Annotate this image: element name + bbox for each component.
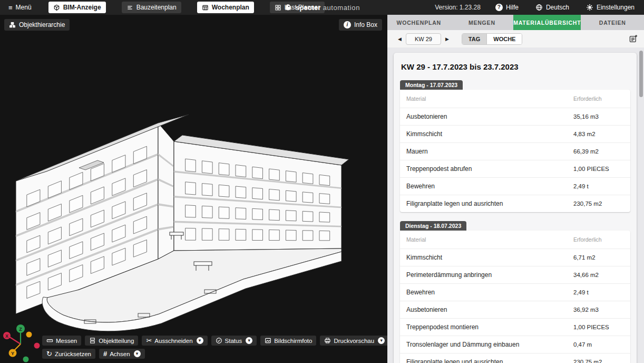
tab-label: WOCHENPLAN [397, 20, 441, 26]
bildschirmfoto-button[interactable]: Bildschirmfoto [260, 336, 316, 346]
day-badge: Montag - 17.07.2023 [400, 80, 463, 90]
help-icon: ? [495, 4, 503, 11]
column-material: Material [406, 95, 573, 102]
ruler-icon [46, 337, 53, 344]
table-row[interactable]: Tronsolenlager und Dämmung einbauen0,47 … [400, 336, 630, 353]
day-week-toggle: TAGWOCHE [462, 33, 523, 45]
material-quantity: 36,92 m3 [573, 307, 624, 313]
axes-hash-icon: # [103, 350, 107, 357]
prev-week-button[interactable]: ◀ [394, 36, 406, 42]
top-menu-bar: ≡ Menü BIM-AnzeigeBauzeitenplanWochenpla… [0, 0, 644, 15]
druckvorschau-button[interactable]: Druckvorschau▼ [320, 336, 387, 346]
object-hierarchy-button[interactable]: Objekthierarchie [4, 19, 70, 31]
table-row[interactable]: Ausbetonieren36,92 m3 [400, 301, 630, 318]
material-quantity: 230,75 m2 [573, 200, 624, 207]
version-label: Version: 1.23.28 [435, 4, 481, 11]
nav-bauzeitenplan[interactable]: Bauzeitenplan [122, 2, 181, 13]
zur-cksetzen-button[interactable]: ↻Zurücksetzen [42, 349, 95, 359]
table-row[interactable]: Filigranplatte legen und ausrichten230,7… [400, 353, 630, 363]
tab-mengen[interactable]: MENGEN [451, 15, 514, 30]
tool-label: Achsen [110, 351, 130, 357]
week-toolbar: ◀ KW 29 ▶ TAGWOCHE [387, 30, 644, 47]
object-hierarchy-label: Objekthierarchie [19, 21, 65, 28]
next-week-button[interactable]: ▶ [441, 36, 453, 42]
status-button[interactable]: Status▼ [211, 336, 257, 346]
material-quantity: 35,16 m3 [573, 113, 624, 120]
cube-3d-icon [53, 4, 60, 11]
nav-label: Bauzeitenplan [136, 4, 177, 11]
chevron-down-icon[interactable]: ▼ [134, 350, 141, 357]
material-quantity: 34,66 m2 [573, 272, 624, 278]
material-table: MaterialErforderlichKimmschicht6,71 m2Pe… [400, 231, 630, 363]
settings-button[interactable]: Einstellungen [584, 4, 637, 11]
chevron-down-icon[interactable]: ▼ [197, 337, 203, 344]
info-box-button[interactable]: i Info Box [339, 19, 382, 31]
nav-bim-anzeige[interactable]: BIM-Anzeige [48, 2, 106, 13]
panel-tabs: WOCHENPLANMENGENMATERIALÜBERSICHTDATEIEN [387, 15, 644, 30]
material-table: MaterialErforderlichAusbetonieren35,16 m… [400, 90, 630, 212]
tool-label: Druckvorschau [334, 338, 374, 344]
achsen-button[interactable]: #Achsen▼ [99, 349, 145, 359]
menu-label: Menü [16, 4, 32, 11]
table-row[interactable]: Treppenpodest montieren1,00 PIECES [400, 318, 630, 336]
material-name: Bewehren [406, 289, 573, 296]
scrollbar-thumb[interactable] [639, 51, 643, 97]
help-label: Hilfe [506, 4, 519, 11]
bim-3d-viewport[interactable]: Objekthierarchie i Info Box Z X Y Messen… [0, 15, 387, 363]
day-section: Dienstag - 18.07.2023MaterialErforderlic… [400, 221, 630, 363]
column-material: Material [406, 236, 573, 243]
info-box-label: Info Box [354, 21, 377, 28]
material-name: Mauern [406, 148, 573, 155]
table-row[interactable]: Ausbetonieren35,16 m3 [400, 108, 630, 125]
axis-x-label: X [5, 333, 8, 339]
material-name: Filigranplatte legen und ausrichten [406, 358, 573, 363]
day-section: Montag - 17.07.2023MaterialErforderlichA… [400, 80, 630, 212]
axis-z-label: Z [19, 327, 22, 332]
material-quantity: 1,00 PIECES [573, 324, 624, 330]
table-row[interactable]: Perimeterdämmung anbringen34,66 m2 [400, 266, 630, 283]
material-name: Perimeterdämmung anbringen [406, 271, 573, 279]
brand-name: specter [296, 4, 321, 12]
chevron-down-icon[interactable]: ▼ [378, 337, 385, 344]
ausschneiden-button[interactable]: ✂Ausschneiden▼ [142, 336, 207, 346]
help-button[interactable]: ? Hilfe [493, 4, 521, 11]
tab-wochenplan[interactable]: WOCHENPLAN [387, 15, 451, 30]
menu-button[interactable]: ≡ Menü [6, 4, 34, 11]
nav-wochenplan[interactable]: Wochenplan [197, 2, 254, 13]
material-name: Ausbetonieren [406, 306, 573, 313]
screenshot-icon [265, 337, 271, 344]
table-row[interactable]: Kimmschicht6,71 m2 [400, 249, 630, 266]
table-header-row: MaterialErforderlich [400, 90, 630, 108]
table-row[interactable]: Filigranplatte legen und ausrichten230,7… [400, 195, 630, 212]
material-name: Treppenpodest abrufen [406, 165, 573, 173]
material-name: Treppenpodest montieren [406, 323, 573, 331]
material-quantity: 2,49 t [573, 289, 624, 295]
language-button[interactable]: Deutsch [533, 4, 571, 11]
tab-dateien[interactable]: DATEIEN [581, 15, 644, 30]
toggle-tag[interactable]: TAG [462, 34, 487, 44]
nav-label: Wochenplan [212, 4, 249, 11]
messen-button[interactable]: Messen [42, 336, 81, 346]
table-row[interactable]: Kimmschicht4,83 m2 [400, 125, 630, 142]
ghost-icon [284, 4, 292, 12]
building-model-3d[interactable] [0, 15, 387, 363]
week-selector-button[interactable]: KW 29 [406, 33, 441, 45]
material-quantity: 6,71 m2 [573, 254, 624, 261]
material-name: Bewehren [406, 183, 573, 190]
material-name: Kimmschicht [406, 254, 573, 261]
tab-material-bersicht[interactable]: MATERIALÜBERSICHT [513, 15, 581, 30]
day-badge: Dienstag - 18.07.2023 [400, 221, 466, 231]
table-row[interactable]: Treppenpodest abrufen1,00 PIECES [400, 160, 630, 177]
table-row[interactable]: Mauern66,39 m2 [400, 142, 630, 160]
week-heading: KW 29 - 17.7.2023 bis 23.7.2023 [401, 62, 629, 71]
panel-scrollbar[interactable] [639, 51, 643, 360]
table-row[interactable]: Bewehren2,49 t [400, 283, 630, 301]
chevron-down-icon[interactable]: ▼ [246, 337, 252, 344]
objektteilung-button[interactable]: Objektteilung [85, 336, 138, 346]
axis-gizmo[interactable]: Z X Y [1, 322, 40, 363]
table-row[interactable]: Bewehren2,49 t [400, 177, 630, 195]
scissors-icon: ✂ [146, 337, 152, 344]
add-note-icon[interactable] [629, 34, 638, 43]
toggle-woche[interactable]: WOCHE [487, 34, 522, 44]
week-grid-icon [202, 4, 209, 11]
